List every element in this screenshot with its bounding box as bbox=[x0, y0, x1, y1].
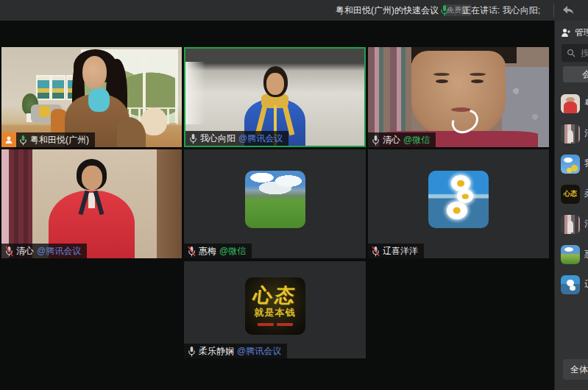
mic-muted-icon bbox=[5, 246, 13, 257]
participant-nameplate: 惠梅@微信 bbox=[184, 244, 252, 258]
daisy-flower bbox=[457, 189, 473, 203]
participant-nameplate: 辽喜洋洋 bbox=[368, 244, 424, 258]
member-row[interactable]: 我心向阳 bbox=[555, 149, 588, 179]
mic-on-icon bbox=[188, 346, 196, 357]
member-name: 柔乐静娴 bbox=[584, 188, 588, 200]
member-row[interactable]: 心态 柔乐静娴 bbox=[555, 179, 588, 209]
participant-nameplate: 我心向阳@腾讯会议 bbox=[185, 131, 288, 146]
participant-name: 清心 bbox=[16, 245, 34, 258]
mic-muted-icon bbox=[188, 246, 196, 257]
participant-platform: @微信 bbox=[219, 245, 246, 258]
mic-on-icon bbox=[372, 135, 380, 146]
panel-header: 管理成员 bbox=[561, 26, 588, 39]
member-avatar bbox=[561, 245, 580, 264]
video-tile-7[interactable]: 心态 就是本钱 柔乐静娴@腾讯会议 bbox=[184, 261, 366, 358]
participant-platform: @腾讯会议 bbox=[37, 245, 81, 258]
member-row[interactable]: 辽喜洋洋 bbox=[555, 269, 588, 299]
tab-meeting-members[interactable]: 会议成员 bbox=[563, 66, 588, 82]
participant-name: 粤和田悦(广州) bbox=[30, 134, 89, 146]
member-avatar bbox=[561, 215, 580, 234]
participant-name: 柔乐静娴 bbox=[199, 345, 234, 358]
calligraphy-line1: 心态 bbox=[252, 286, 298, 305]
meeting-title: 粤和田悦(广州)的快速会议 bbox=[336, 4, 439, 17]
scene-curtain-edge bbox=[1, 149, 9, 258]
video-tile-4[interactable]: 清心@腾讯会议 bbox=[1, 149, 182, 258]
member-avatar bbox=[561, 275, 580, 294]
scene-painting bbox=[36, 75, 51, 100]
video-tile-3[interactable]: 清心@微信 bbox=[368, 47, 549, 147]
member-list: 粤和田悦(广州) 清心 我心向阳 心态 柔乐静娴 清心 惠梅 bbox=[555, 88, 588, 299]
member-name: 清心 bbox=[584, 218, 588, 230]
scene-window-light bbox=[185, 62, 205, 124]
search-icon bbox=[567, 49, 575, 57]
mic-muted-icon bbox=[372, 246, 380, 257]
scene-eye bbox=[471, 79, 483, 83]
search-input[interactable] bbox=[579, 47, 588, 59]
calligraphy-line2: 就是本钱 bbox=[255, 306, 296, 319]
member-name: 辽喜洋洋 bbox=[584, 278, 588, 291]
scene-person-face bbox=[82, 56, 107, 89]
daisy-flower bbox=[447, 202, 467, 219]
mic-on-icon bbox=[189, 133, 197, 144]
speaking-mic-icon bbox=[440, 4, 449, 16]
collapse-panel-arrow-icon[interactable] bbox=[562, 4, 575, 15]
member-avatar bbox=[561, 124, 580, 143]
video-tile-1[interactable]: 粤和田悦(广州) bbox=[1, 47, 182, 147]
speaking-status: 正在讲话: 我心向阳; bbox=[462, 0, 540, 21]
participant-name: 我心向阳 bbox=[200, 132, 235, 145]
meeting-window: 粤和田悦(广州)的快速会议 免费版 正在讲话: 我心向阳; bbox=[0, 0, 588, 390]
video-tile-5[interactable]: 惠梅@微信 bbox=[184, 149, 366, 258]
video-tile-2-active-speaker[interactable]: 我心向阳@腾讯会议 bbox=[184, 47, 366, 147]
participant-nameplate: 清心@微信 bbox=[368, 132, 436, 147]
member-row[interactable]: 清心 bbox=[555, 209, 588, 239]
member-name: 我心向阳 bbox=[584, 157, 588, 170]
scene-door-frame bbox=[157, 149, 182, 258]
scene-curtain bbox=[9, 149, 32, 258]
member-name: 粤和田悦(广州) bbox=[584, 97, 588, 110]
participant-nameplate: 柔乐静娴@腾讯会议 bbox=[184, 344, 287, 358]
scene-pillow bbox=[39, 106, 50, 117]
calligraphy-red-caption bbox=[258, 323, 293, 326]
participant-nameplate: 粤和田悦(广州) bbox=[1, 132, 95, 147]
scene-person-scarf bbox=[88, 88, 110, 113]
participant-platform: @腾讯会议 bbox=[238, 132, 283, 145]
manage-members-panel: 管理成员 会议成员 粤和田悦(广州) 清心 我心向阳 心 bbox=[554, 21, 588, 390]
topbar-divider-2 bbox=[553, 4, 554, 17]
scene-eye bbox=[436, 79, 448, 83]
member-row[interactable]: 粤和田悦(广州) bbox=[555, 88, 588, 118]
scene-person-face bbox=[266, 73, 284, 95]
avatar-meadow-image bbox=[245, 171, 305, 228]
participant-name: 辽喜洋洋 bbox=[383, 245, 418, 258]
member-row[interactable]: 清心 bbox=[555, 118, 588, 149]
participant-name: 惠梅 bbox=[199, 245, 216, 258]
title-group: 粤和田悦(广州)的快速会议 免费版 bbox=[336, 0, 472, 21]
participant-platform: @腾讯会议 bbox=[237, 345, 281, 358]
member-row[interactable]: 惠梅 bbox=[555, 239, 588, 269]
host-badge-icon bbox=[1, 132, 16, 147]
topbar: 粤和田悦(广州)的快速会议 免费版 正在讲话: 我心向阳; bbox=[0, 0, 588, 21]
video-frame-red-jacket bbox=[1, 149, 182, 258]
manage-members-icon bbox=[561, 28, 571, 38]
scene-person-face bbox=[82, 166, 102, 190]
member-avatar bbox=[561, 94, 580, 113]
scene-painting bbox=[51, 75, 65, 100]
participant-platform: @微信 bbox=[403, 134, 430, 146]
participant-nameplate: 清心@腾讯会议 bbox=[1, 244, 87, 258]
panel-title: 管理成员 bbox=[575, 26, 588, 39]
topbar-divider bbox=[455, 5, 456, 15]
member-avatar bbox=[561, 155, 580, 174]
member-search-box[interactable] bbox=[562, 44, 588, 62]
avatar-calligraphy-image: 心态 就是本钱 bbox=[245, 277, 305, 335]
member-avatar: 心态 bbox=[561, 185, 580, 204]
mic-on-icon bbox=[19, 135, 27, 146]
member-name: 惠梅 bbox=[584, 248, 588, 260]
participant-name: 清心 bbox=[383, 134, 400, 146]
avatar-daisy-lake-image bbox=[428, 171, 489, 228]
video-tile-6[interactable]: 辽喜洋洋 bbox=[368, 149, 549, 258]
member-name: 清心 bbox=[584, 127, 588, 140]
mute-all-button[interactable]: 全体静音 bbox=[563, 359, 588, 380]
